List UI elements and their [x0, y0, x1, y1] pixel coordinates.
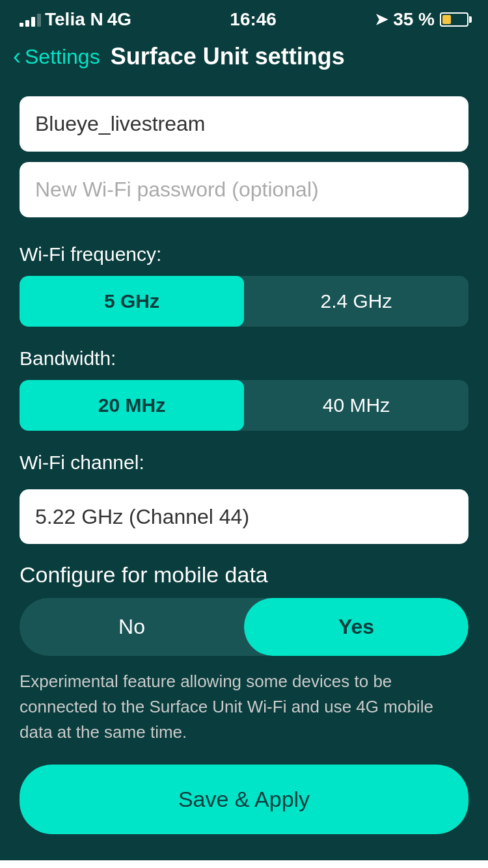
bandwidth-toggle-group: 20 MHz 40 MHz — [20, 380, 468, 431]
wifi-frequency-label: Wi-Fi frequency: — [20, 243, 468, 265]
bandwidth-20mhz-button[interactable]: 20 MHz — [20, 380, 244, 431]
mobile-data-description: Experimental feature allowing some devic… — [20, 669, 468, 745]
location-icon: ➤ — [375, 10, 388, 29]
ssid-input[interactable] — [20, 96, 468, 152]
network-type: 4G — [107, 9, 131, 30]
frequency-toggle-group: 5 GHz 2.4 GHz — [20, 276, 468, 327]
save-apply-button[interactable]: Save & Apply — [20, 765, 468, 834]
chevron-left-icon: ‹ — [13, 45, 21, 68]
frequency-24ghz-button[interactable]: 2.4 GHz — [244, 276, 468, 327]
status-bar-right: ➤ 35 % — [375, 9, 468, 30]
battery-icon — [440, 12, 468, 27]
mobile-no-button[interactable]: No — [20, 598, 244, 656]
status-bar: Telia N 4G 16:46 ➤ 35 % — [0, 0, 488, 36]
bandwidth-40mhz-button[interactable]: 40 MHz — [244, 380, 468, 431]
frequency-5ghz-button[interactable]: 5 GHz — [20, 276, 244, 327]
signal-icon — [20, 12, 41, 27]
carrier-label: Telia N — [45, 9, 103, 30]
mobile-yes-button[interactable]: Yes — [244, 598, 468, 656]
back-button[interactable]: ‹ Settings — [13, 45, 100, 69]
battery-percent: 35 % — [393, 9, 435, 30]
status-bar-left: Telia N 4G — [20, 9, 131, 30]
back-label: Settings — [25, 45, 100, 69]
channel-select[interactable]: 5.22 GHz (Channel 44) — [20, 489, 468, 544]
tab-bar: Dives Settings — [0, 860, 488, 868]
mobile-data-label: Configure for mobile data — [20, 562, 468, 588]
bandwidth-label: Bandwidth: — [20, 347, 468, 370]
mobile-toggle-group: No Yes — [20, 598, 468, 656]
page-title: Surface Unit settings — [111, 43, 345, 70]
status-time: 16:46 — [230, 9, 277, 30]
content-area: Wi-Fi frequency: 5 GHz 2.4 GHz Bandwidth… — [0, 83, 488, 860]
channel-label: Wi-Fi channel: — [20, 452, 468, 474]
password-input[interactable] — [20, 162, 468, 217]
nav-bar: ‹ Settings Surface Unit settings — [0, 36, 488, 83]
